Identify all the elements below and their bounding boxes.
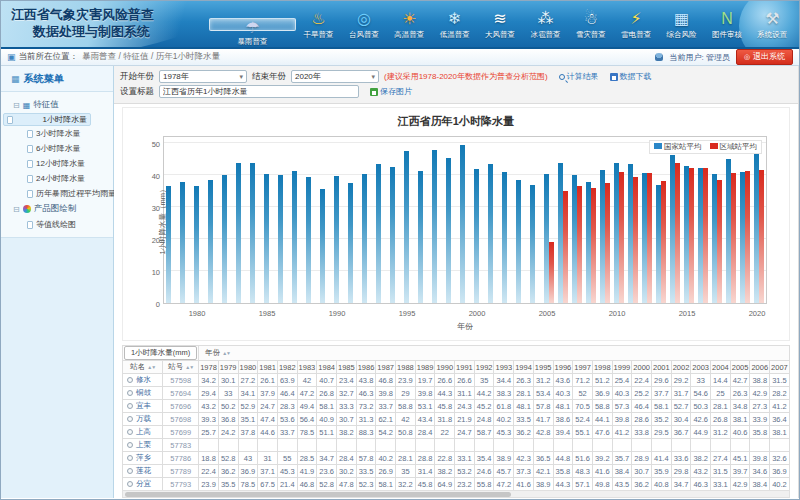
- value-cell: 34.6: [750, 465, 770, 478]
- value-cell: 58.7: [474, 426, 494, 439]
- value-cell: 33.3: [336, 400, 356, 413]
- row-radio[interactable]: [127, 429, 133, 435]
- year-column-header[interactable]: 2005: [730, 361, 750, 374]
- toolbar-item-rainstorm-survey[interactable]: ☂暴雨普查: [209, 18, 296, 31]
- sort-arrows-icon[interactable]: ▲▼: [185, 364, 193, 370]
- year-column-header[interactable]: 2006: [750, 361, 770, 374]
- start-year-select[interactable]: 1978年▾: [159, 70, 247, 83]
- table-row[interactable]: 铜鼓5769429.43334.137.946.447.226.832.746.…: [123, 387, 790, 400]
- horizontal-scrollbar[interactable]: [122, 490, 790, 498]
- end-year-label: 结束年份: [252, 71, 286, 83]
- sort-arrows-icon[interactable]: ▲▼: [222, 350, 230, 356]
- year-column-header[interactable]: 1991: [455, 361, 475, 374]
- row-radio[interactable]: [127, 455, 133, 461]
- sidebar-item-3h-precip[interactable]: 3小时降水量: [3, 126, 111, 141]
- sidebar-item-contour-plot[interactable]: 等值线绘图: [3, 217, 111, 232]
- sort-arrows-icon[interactable]: ▲▼: [147, 364, 155, 370]
- year-column-header[interactable]: 1996: [553, 361, 573, 374]
- year-column-header[interactable]: 2002: [671, 361, 691, 374]
- table-row[interactable]: 分宜5779323.935.578.567.521.446.852.847.85…: [123, 478, 790, 491]
- year-column-header[interactable]: 1988: [396, 361, 416, 374]
- year-column-header[interactable]: 2003: [691, 361, 711, 374]
- expander-icon[interactable]: ⊟: [13, 205, 20, 214]
- table-row[interactable]: 万载5769839.336.835.147.453.656.440.930.73…: [123, 413, 790, 426]
- toolbar-item-composite-risk[interactable]: ▦综合风险: [659, 3, 704, 45]
- row-radio[interactable]: [127, 403, 133, 409]
- year-column-header[interactable]: 1986: [356, 361, 376, 374]
- horizontal-scrollbar-thumb[interactable]: [125, 492, 511, 497]
- station-name-header[interactable]: 站名▲▼: [123, 361, 163, 374]
- sidebar-item-12h-precip[interactable]: 12小时降水量: [3, 156, 111, 171]
- sidebar-group-product-mapping[interactable]: ⊟产品图绘制: [3, 201, 111, 217]
- year-column-header[interactable]: 1995: [533, 361, 553, 374]
- toolbar-item-lowtemp-survey[interactable]: ❄低温普查: [432, 3, 477, 45]
- year-column-header[interactable]: 1982: [277, 361, 297, 374]
- year-column-header[interactable]: 1994: [514, 361, 534, 374]
- year-column-header[interactable]: 1987: [376, 361, 396, 374]
- year-column-header[interactable]: 1981: [258, 361, 278, 374]
- sidebar-item-6h-precip[interactable]: 6小时降水量: [3, 141, 111, 156]
- value-cell: [297, 439, 317, 452]
- sidebar-group-feature-values[interactable]: ⊟▦特征值: [3, 97, 111, 113]
- toolbar-item-drought-survey[interactable]: ♨干旱普查: [296, 3, 341, 45]
- table-row[interactable]: 莲花5778922.436.236.937.145.341.923.630.23…: [123, 465, 790, 478]
- row-radio[interactable]: [127, 442, 133, 448]
- calculate-label: 计算结果: [567, 71, 599, 82]
- value-cell: 28.1: [514, 387, 534, 400]
- year-column-header[interactable]: 1990: [435, 361, 455, 374]
- year-column-header[interactable]: 1980: [238, 361, 258, 374]
- sidebar-item-1h-precip[interactable]: 1小时降水量: [3, 113, 91, 126]
- expander-icon[interactable]: ⊟: [13, 101, 20, 110]
- table-row[interactable]: 宜丰5769643.250.252.924.728.349.458.133.37…: [123, 400, 790, 413]
- table-row[interactable]: 修水5759834.230.127.226.163.94240.723.443.…: [123, 374, 790, 387]
- calculate-button[interactable]: 计算结果: [559, 71, 599, 82]
- row-radio[interactable]: [127, 416, 133, 422]
- row-radio[interactable]: [127, 481, 133, 487]
- end-year-select[interactable]: 2020年▾: [291, 70, 379, 83]
- year-column-header[interactable]: 2007: [770, 361, 790, 374]
- toolbar-item-hightemp-survey[interactable]: ☀高温普查: [387, 3, 432, 45]
- year-column-header[interactable]: 2000: [632, 361, 652, 374]
- toolbar-item-hail-survey[interactable]: ⁂冰雹普查: [523, 3, 568, 45]
- year-column-header[interactable]: 1985: [336, 361, 356, 374]
- toolbar-item-typhoon-survey[interactable]: ◎台风普查: [341, 3, 386, 45]
- bar-national: [208, 180, 213, 303]
- value-cell: 40.3: [612, 387, 632, 400]
- download-data-button[interactable]: 数据下载: [610, 71, 652, 82]
- year-column-header[interactable]: 1989: [415, 361, 435, 374]
- year-column-header[interactable]: 1978: [199, 361, 219, 374]
- value-cell: 24.8: [474, 413, 494, 426]
- year-column-header[interactable]: 2001: [651, 361, 671, 374]
- year-column-header[interactable]: 1999: [612, 361, 632, 374]
- year-column-header[interactable]: 1993: [494, 361, 514, 374]
- year-column-header[interactable]: 2004: [711, 361, 731, 374]
- station-name-wrap: 修水: [124, 375, 161, 385]
- table-row[interactable]: 萍乡5778618.852.843315528.534.728.457.840.…: [123, 452, 790, 465]
- row-radio[interactable]: [127, 377, 133, 383]
- toolbar-item-snow-survey[interactable]: ☃雪灾普查: [568, 3, 613, 45]
- year-column-header[interactable]: 1998: [592, 361, 612, 374]
- logout-button[interactable]: ◎ 退出系统: [736, 49, 793, 65]
- sidebar-item-24h-precip[interactable]: 24小时降水量: [3, 171, 111, 186]
- row-radio[interactable]: [127, 468, 133, 474]
- year-column-header[interactable]: 1979: [218, 361, 238, 374]
- toolbar-item-lightning-survey[interactable]: ⚡雷电普查: [613, 3, 658, 45]
- toolbar-item-system-settings[interactable]: ⚒系统设置: [750, 3, 795, 45]
- year-column-header[interactable]: 1997: [573, 361, 593, 374]
- table-row[interactable]: 上高5769925.724.237.844.633.778.551.138.28…: [123, 426, 790, 439]
- row-radio[interactable]: [127, 390, 133, 396]
- chart-title-input[interactable]: [159, 85, 359, 98]
- table-row[interactable]: 上栗57783: [123, 439, 790, 452]
- value-cell: 47.2: [494, 478, 514, 491]
- save-image-button[interactable]: 保存图片: [370, 86, 412, 97]
- year-column-header[interactable]: 1992: [474, 361, 494, 374]
- sidebar-item-annual-rainstorm-avg[interactable]: 历年暴雨过程平均雨量: [3, 186, 111, 201]
- year-header-cell[interactable]: 年份▲▼: [199, 346, 790, 361]
- year-column-header[interactable]: 1984: [317, 361, 337, 374]
- station-code-header[interactable]: 站号▲▼: [163, 361, 199, 374]
- vertical-scrollbar[interactable]: [798, 66, 799, 498]
- value-cell: 22: [435, 426, 455, 439]
- year-column-header[interactable]: 1983: [297, 361, 317, 374]
- toolbar-item-map-review[interactable]: N图件审核: [704, 3, 749, 45]
- toolbar-item-gale-survey[interactable]: ≋大风普查: [477, 3, 522, 45]
